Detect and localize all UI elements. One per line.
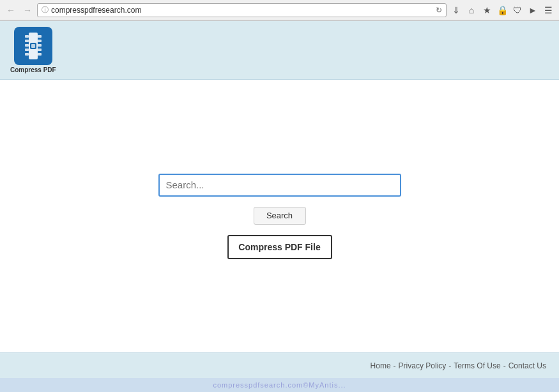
page-main: Search Compress PDF File [0, 80, 559, 352]
svg-rect-12 [31, 44, 35, 48]
browser-toolbar: ← → ⓘ ↻ ⇓ ⌂ ★ 🔒 🛡 ► ☰ [0, 0, 559, 20]
svg-rect-6 [38, 35, 42, 38]
refresh-button[interactable]: ↻ [436, 6, 442, 15]
home-icon[interactable]: ⌂ [464, 3, 479, 17]
address-bar[interactable] [51, 6, 433, 15]
footer-privacy-link[interactable]: Privacy Policy [399, 361, 447, 370]
page-wrapper: Compress PDF Search Compress PDF File Ho… [0, 21, 559, 392]
logo-icon [14, 27, 52, 65]
shield-icon[interactable]: 🛡 [510, 3, 525, 17]
footer-sep-1: - [394, 361, 396, 370]
svg-rect-8 [38, 44, 42, 47]
footer-sep-3: - [503, 361, 506, 370]
svg-rect-4 [25, 49, 29, 51]
footer-links: Home - Privacy Policy - Terms Of Use - C… [371, 361, 546, 370]
svg-rect-2 [25, 40, 29, 42]
svg-rect-5 [25, 53, 29, 56]
footer-terms-link[interactable]: Terms Of Use [454, 361, 500, 370]
lock-icon[interactable]: 🔒 [495, 3, 509, 17]
forward-button[interactable]: → [20, 3, 34, 17]
star-icon[interactable]: ★ [480, 3, 494, 17]
svg-rect-10 [38, 53, 42, 56]
svg-rect-7 [38, 40, 42, 42]
svg-rect-3 [25, 44, 29, 47]
browser-chrome: ← → ⓘ ↻ ⇓ ⌂ ★ 🔒 🛡 ► ☰ [0, 0, 559, 21]
send-icon[interactable]: ► [526, 3, 540, 17]
download-icon[interactable]: ⇓ [449, 3, 463, 17]
footer-sep-2: - [448, 361, 451, 370]
address-bar-container: ⓘ ↻ [37, 3, 447, 17]
back-button[interactable]: ← [4, 3, 18, 17]
toolbar-right: ⇓ ⌂ ★ 🔒 🛡 ► ☰ [449, 3, 555, 17]
page-footer: Home - Privacy Policy - Terms Of Use - C… [0, 352, 559, 378]
logo-svg [21, 31, 45, 61]
watermark-text: compresspdfsearch.com©MyAntis... [213, 381, 346, 389]
search-input[interactable] [158, 174, 401, 197]
page-header: Compress PDF [0, 21, 559, 80]
logo-label: Compress PDF [10, 66, 56, 73]
search-button[interactable]: Search [254, 207, 306, 225]
menu-icon[interactable]: ☰ [541, 3, 555, 17]
info-icon: ⓘ [42, 5, 49, 15]
footer-home-link[interactable]: Home [371, 361, 391, 370]
svg-rect-9 [38, 49, 42, 51]
watermark-bar: compresspdfsearch.com©MyAntis... [0, 378, 559, 392]
logo-container: Compress PDF [10, 27, 56, 73]
compress-pdf-button[interactable]: Compress PDF File [227, 235, 332, 259]
footer-contact-link[interactable]: Contact Us [509, 361, 546, 370]
svg-rect-1 [25, 35, 29, 38]
